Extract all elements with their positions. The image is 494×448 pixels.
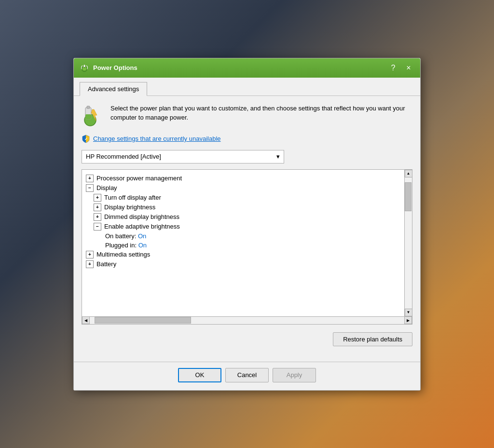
tree-label-dimmed: Dimmed display brightness [104,213,179,220]
expand-icon-adaptive: − [94,223,101,231]
plugged-in-value: On [138,242,147,249]
tab-advanced-settings[interactable]: Advanced settings [80,82,147,96]
scroll-down-arrow[interactable]: ▼ [405,309,412,316]
horizontal-scrollbar[interactable]: ◀ ▶ [82,316,412,324]
restore-btn-row: Restore plan defaults [82,332,412,346]
tree-label-processor: Processor power management [96,175,182,182]
info-section: Select the power plan that you want to c… [82,104,412,127]
power-options-icon [80,63,89,73]
expand-icon-turn-off: + [94,194,101,202]
dialog-content: Advanced settings Select the power plan … [74,78,420,390]
power-plan-dropdown[interactable]: HP Recommended [Active] ▾ [82,150,284,163]
apply-button[interactable]: Apply [273,368,316,382]
tree-item-multimedia[interactable]: + Multimedia settings [82,250,404,259]
scroll-right-arrow[interactable]: ▶ [404,316,412,324]
scroll-track-h [90,317,404,324]
dialog-window: Power Options ? × Advanced settings S [73,58,421,391]
tree-label-display: Display [96,184,117,191]
ok-button[interactable]: OK [178,368,221,382]
tree-label-turn-off: Turn off display after [104,194,161,201]
window-title: Power Options [93,64,387,71]
tree-label-display-brightness: Display brightness [104,204,155,211]
scroll-thumb-h[interactable] [95,317,191,324]
vertical-scrollbar[interactable]: ▲ ▼ [404,170,412,316]
change-settings-link[interactable]: Change settings that are currently unava… [93,135,221,142]
tree-wrapper: + Processor power management − Display +… [82,169,412,325]
scroll-up-arrow[interactable]: ▲ [405,170,412,177]
expand-icon-multimedia: + [86,251,94,258]
expand-icon-dimmed: + [94,213,101,221]
tab-bar: Advanced settings [74,78,420,96]
scroll-track-v [405,177,412,309]
restore-defaults-button[interactable]: Restore plan defaults [333,332,412,346]
dropdown-row: HP Recommended [Active] ▾ [82,150,412,163]
footer-buttons: OK Cancel Apply [74,368,420,390]
expand-icon-display: − [86,184,94,192]
tree-item-display[interactable]: − Display [82,183,404,193]
on-battery-value: On [138,232,146,240]
tree-main: + Processor power management − Display +… [82,170,412,316]
svg-rect-5 [87,106,90,109]
dropdown-arrow: ▾ [276,153,280,160]
tree-item-display-brightness[interactable]: + Display brightness [82,203,404,212]
svg-rect-6 [85,114,91,119]
expand-icon-battery: + [86,260,94,268]
shield-icon: ✓ [82,135,90,143]
expand-icon-display-brightness: + [94,204,101,211]
expand-icon-processor: + [86,175,94,182]
main-area: Select the power plan that you want to c… [74,96,420,362]
tree-item-dimmed-brightness[interactable]: + Dimmed display brightness [82,212,404,222]
close-button[interactable]: × [403,62,414,74]
tree-item-turn-off-display[interactable]: + Turn off display after [82,193,404,203]
tree-item-on-battery[interactable]: On battery: On [82,231,404,241]
scroll-left-arrow[interactable]: ◀ [82,316,90,324]
dropdown-value: HP Recommended [Active] [86,153,161,160]
title-bar-controls: ? × [387,62,414,74]
tree-label-adaptive: Enable adaptive brightness [104,223,180,230]
help-button[interactable]: ? [387,62,399,74]
tree-item-adaptive-brightness[interactable]: − Enable adaptive brightness [82,222,404,231]
tree-label-plugged-in: Plugged in: On [105,242,147,249]
title-bar: Power Options ? × [74,58,420,78]
tree-item-plugged-in[interactable]: Plugged in: On [82,241,404,250]
footer-divider [74,362,420,362]
tree-item-battery[interactable]: + Battery [82,259,404,269]
cancel-button[interactable]: Cancel [225,368,269,382]
info-description: Select the power plan that you want to c… [110,104,412,122]
tree-label-multimedia: Multimedia settings [96,251,150,258]
battery-icon [82,104,105,127]
tree-label-on-battery: On battery: On [105,232,146,240]
change-link-row: ✓ Change settings that are currently una… [82,135,412,143]
svg-text:✓: ✓ [84,137,88,141]
tree-item-processor[interactable]: + Processor power management [82,174,404,183]
tree-label-battery: Battery [96,260,116,268]
tree-content: + Processor power management − Display +… [82,170,404,316]
scroll-thumb-v[interactable] [405,182,412,211]
